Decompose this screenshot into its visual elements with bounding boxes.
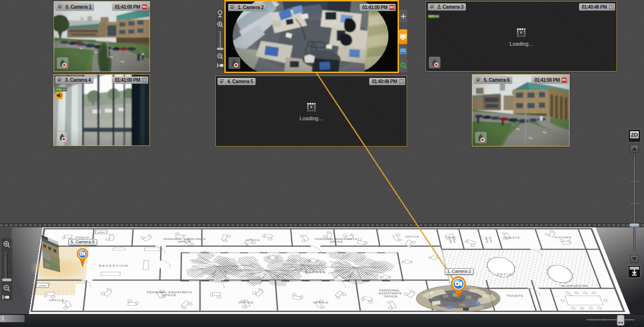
svg-text:OFFICE: OFFICE	[330, 240, 343, 243]
svg-text:OFFICE: OFFICE	[162, 294, 176, 297]
svg-text:OFFICE: OFFICE	[246, 239, 260, 241]
svg-text:ASSISTANTS: ASSISTANTS	[378, 292, 402, 295]
svg-text:OFFICE: OFFICE	[405, 236, 420, 238]
svg-text:OFFICE: OFFICE	[384, 295, 398, 298]
svg-text:OFFICE: OFFICE	[453, 299, 469, 302]
svg-text:TOILETS: TOILETS	[506, 294, 524, 297]
svg-text:OFFICE: OFFICE	[49, 299, 64, 302]
svg-text:OFFICE: OFFICE	[313, 301, 329, 304]
svg-text:PERSONAL ASSISTANTS: PERSONAL ASSISTANTS	[147, 291, 192, 294]
svg-text:PERSONAL ASSISTANTS: PERSONAL ASSISTANTS	[315, 238, 358, 240]
svg-text:ROOM: ROOM	[488, 237, 493, 242]
svg-text:RECEPTION: RECEPTION	[99, 264, 129, 267]
svg-text:PATIO: PATIO	[497, 273, 513, 276]
svg-text:OFFICE: OFFICE	[239, 301, 254, 304]
svg-text:KITCHEN: KITCHEN	[554, 236, 572, 239]
svg-text:PERSONAL: PERSONAL	[379, 289, 400, 292]
svg-text:OFFICE: OFFICE	[178, 240, 191, 243]
svg-text:printer: printer	[97, 231, 105, 233]
svg-text:PERSONAL ASSISTANTS: PERSONAL ASSISTANTS	[163, 238, 206, 240]
svg-text:OFFICE: OFFICE	[75, 236, 90, 239]
svg-text:printer: printer	[39, 285, 47, 287]
svg-text:BOARDROOM: BOARDROOM	[561, 285, 589, 288]
svg-text:TOILETS: TOILETS	[504, 237, 520, 239]
svg-text:GARDEN: GARDEN	[305, 271, 326, 274]
